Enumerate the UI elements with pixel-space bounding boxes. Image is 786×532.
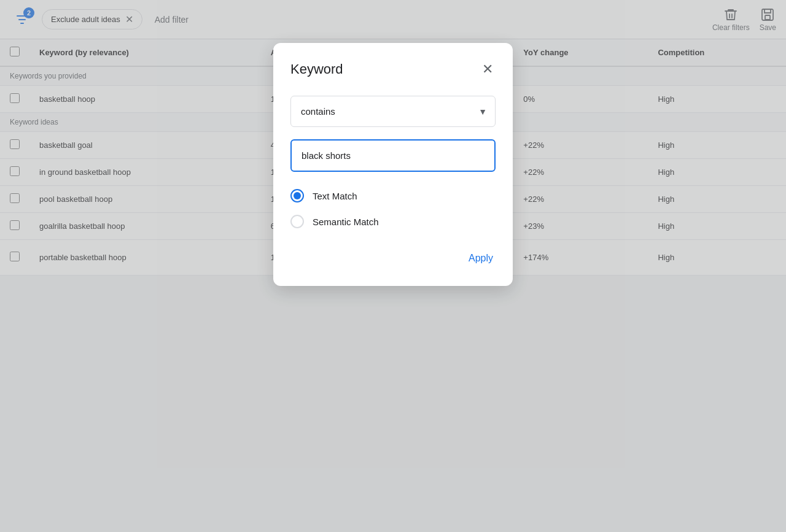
- match-type-radio-group: Text Match Semantic Match: [290, 189, 496, 228]
- semantic-match-label: Semantic Match: [313, 217, 379, 227]
- semantic-match-radio-circle[interactable]: [290, 215, 304, 228]
- modal-overlay: Keyword ✕ contains does not contain equa…: [0, 0, 786, 532]
- semantic-match-radio-item[interactable]: Semantic Match: [290, 215, 496, 228]
- text-match-radio-circle[interactable]: [290, 189, 304, 202]
- apply-button[interactable]: Apply: [466, 248, 496, 269]
- text-match-label: Text Match: [313, 191, 357, 201]
- keyword-filter-modal: Keyword ✕ contains does not contain equa…: [273, 43, 513, 286]
- keyword-input[interactable]: [290, 139, 496, 172]
- modal-title: Keyword: [290, 61, 343, 77]
- condition-select[interactable]: contains does not contain equals: [290, 96, 496, 127]
- text-match-radio-item[interactable]: Text Match: [290, 189, 496, 202]
- modal-footer: Apply: [290, 248, 496, 269]
- modal-header: Keyword ✕: [290, 60, 496, 79]
- modal-close-button[interactable]: ✕: [480, 60, 496, 79]
- condition-select-wrapper: contains does not contain equals ▼: [290, 96, 496, 127]
